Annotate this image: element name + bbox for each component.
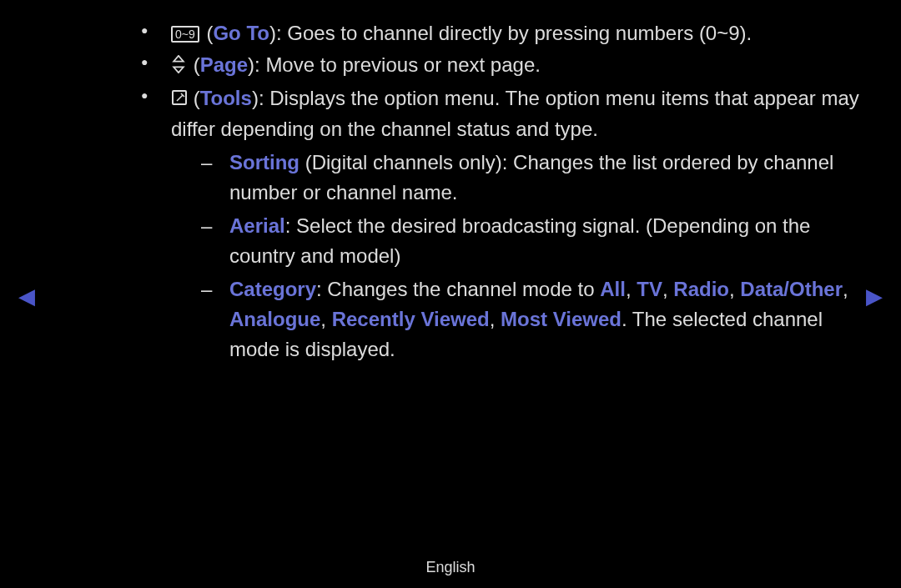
sep2: , <box>729 278 740 300</box>
sep1: , <box>662 278 673 300</box>
sep0: , <box>626 278 637 300</box>
opt-tv: TV <box>637 278 662 300</box>
page-label: Page <box>200 53 248 76</box>
item-goto: 0~9 (Go To): Goes to channel directly by… <box>138 18 863 48</box>
sep4: , <box>320 308 331 330</box>
sep5: , <box>490 308 501 330</box>
opt-all: All <box>600 278 626 300</box>
opt-most: Most Viewed <box>501 308 622 330</box>
sorting-desc: (Digital channels only): Changes the lis… <box>229 151 833 204</box>
sub-category: Category: Changes the channel mode to Al… <box>171 274 863 364</box>
opt-data: Data/Other <box>740 278 843 300</box>
updown-icon <box>171 52 188 82</box>
aerial-label: Aerial <box>229 214 285 237</box>
opt-analogue: Analogue <box>229 308 320 330</box>
category-label: Category <box>229 278 316 300</box>
tools-desc: Displays the option menu. The option men… <box>171 87 859 141</box>
item-page: (Page): Move to previous or next page. <box>138 50 863 82</box>
help-content: 0~9 (Go To): Goes to channel directly by… <box>138 18 863 366</box>
goto-label: Go To <box>213 22 269 44</box>
sub-sorting: Sorting (Digital channels only): Changes… <box>171 148 863 208</box>
opt-radio: Radio <box>673 278 729 300</box>
tools-label: Tools <box>200 87 252 109</box>
category-desc-pre: : Changes the channel mode to <box>316 278 600 300</box>
footer-language: English <box>0 559 901 576</box>
number-key-icon: 0~9 <box>171 26 199 43</box>
aerial-desc: : Select the desired broadcasting signal… <box>229 214 810 267</box>
opt-recent: Recently Viewed <box>332 308 490 330</box>
tools-icon <box>171 84 188 114</box>
next-page-arrow[interactable]: ▶ <box>866 284 883 309</box>
goto-desc: Goes to channel directly by pressing num… <box>287 22 752 44</box>
sorting-label: Sorting <box>229 151 299 173</box>
item-tools: (Tools): Displays the option menu. The o… <box>138 83 863 365</box>
sub-aerial: Aerial: Select the desired broadcasting … <box>171 211 863 271</box>
page-desc: Move to previous or next page. <box>265 53 541 76</box>
sep3: , <box>843 278 848 300</box>
prev-page-arrow[interactable]: ◀ <box>18 284 35 309</box>
